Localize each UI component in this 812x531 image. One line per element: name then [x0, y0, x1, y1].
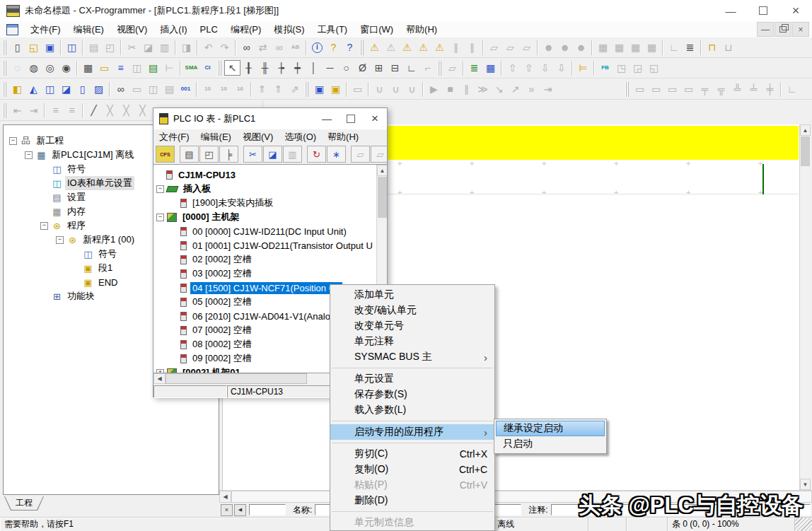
mdi-close-button[interactable]: × [792, 22, 809, 37]
grid-icon[interactable]: ▦ [80, 60, 96, 76]
toolbar-handle[interactable] [3, 40, 6, 55]
dialog-menu-file[interactable]: 文件(F) [153, 129, 195, 144]
new-coil-icon[interactable]: ○ [338, 60, 354, 76]
context-menu-item-save-parameters[interactable]: 保存参数(S) [330, 387, 494, 402]
unit-row-slot00[interactable]: 00 [0000] CJ1W-ID211(DC Input Unit) [153, 224, 387, 238]
toolbar-handle[interactable] [305, 82, 308, 97]
new-instruction-icon[interactable]: ⊞ [371, 60, 387, 76]
watch-window-icon[interactable]: ◫ [42, 81, 58, 97]
cps-transfer-icon[interactable]: CPS [156, 146, 175, 163]
new-or-closed-contact-icon[interactable]: ┿ [289, 60, 306, 76]
new-contact-icon[interactable]: ╂ [240, 60, 257, 76]
open-project-icon[interactable]: ◱ [25, 40, 42, 55]
minimize-button[interactable]: — [714, 0, 747, 21]
monitor-find-icon[interactable]: ∞ [112, 81, 129, 97]
new-or-contact-icon[interactable]: ┾ [273, 60, 289, 76]
properties-window-icon[interactable]: ▨ [91, 81, 107, 97]
new-document-icon[interactable]: ▯ [9, 40, 25, 55]
dlg-pin-icon[interactable]: ╞ [219, 146, 238, 163]
time-chart-icon[interactable]: ≣ [682, 40, 698, 55]
dlg-options-icon[interactable]: ∗ [327, 146, 346, 163]
function-block-icon[interactable]: FB [597, 60, 613, 76]
menu-plc[interactable]: PLC [194, 21, 224, 37]
scroll-up-button[interactable]: ▲ [800, 124, 811, 136]
context-menu-item-change-unit-number[interactable]: 改变单元号 [330, 318, 494, 334]
workspace-window-icon[interactable]: ◧ [9, 81, 25, 97]
context-menu-item-load-parameters[interactable]: 载入参数(L) [330, 402, 494, 418]
save-project-icon[interactable]: ▣ [42, 40, 58, 55]
address-window-icon[interactable]: ▯ [74, 81, 91, 97]
dlg-print-icon[interactable]: ▤ [180, 146, 199, 163]
vertical-line-icon[interactable]: │ [306, 60, 322, 76]
context-menu-item-start-special-application[interactable]: 启动专用的应用程序› [330, 424, 494, 440]
toolbar-handle[interactable] [360, 40, 364, 55]
layer-view-icon[interactable]: ≣ [466, 60, 482, 76]
protect-lock-icon[interactable]: ⊓ [704, 40, 720, 55]
expand-toggle-icon[interactable]: − [25, 151, 33, 159]
expand-toggle-icon[interactable]: − [156, 214, 164, 221]
mdi-restore-button[interactable] [775, 22, 791, 37]
context-help-icon[interactable]: ? [342, 40, 358, 55]
new-closed-contact-icon[interactable]: ╫ [257, 60, 273, 76]
work-online-icon[interactable]: ▣ [311, 81, 327, 97]
close-button[interactable]: × [779, 0, 812, 21]
submenu-item-start-only[interactable]: 只启动 [496, 436, 605, 452]
scroll-left-button[interactable]: ◀ [153, 373, 166, 384]
scrollbar-thumb[interactable] [378, 177, 387, 218]
toolbar-handle[interactable] [218, 61, 221, 76]
dialog-menu-edit[interactable]: 编辑(E) [195, 129, 237, 144]
find-icon[interactable]: ∞ [238, 40, 255, 55]
context-menu-item-unit-comment[interactable]: 单元注释 [330, 334, 494, 349]
menu-insert[interactable]: 插入(I) [153, 21, 193, 37]
scrollbar-thumb[interactable] [801, 136, 810, 166]
context-menu-item-copy[interactable]: 复制(O)Ctrl+C [330, 462, 494, 477]
edit-mode-icon[interactable]: ╱ [86, 103, 102, 118]
context-menu-item-sysmac-bus-master[interactable]: SYSMAC BUS 主› [330, 349, 494, 365]
expand-toggle-icon[interactable]: − [40, 222, 48, 230]
menu-view[interactable]: 视图(V) [110, 21, 153, 37]
unit-row-cpu[interactable]: CJ1M-CPU13 [153, 168, 387, 182]
dialog-titlebar[interactable]: PLC IO 表 - 新PLC1 — × [153, 108, 387, 129]
toolbar-handle[interactable] [625, 82, 629, 97]
context-menu-item-unit-setup[interactable]: 单元设置 [330, 371, 494, 387]
dlg-cut-icon[interactable]: ✂ [243, 146, 262, 163]
horizontal-line-icon[interactable]: ─ [322, 60, 338, 76]
monitor-data-icon[interactable]: 001 [178, 81, 194, 97]
unit-row-main-rack[interactable]: −[0000] 主机架 [153, 210, 387, 224]
expand-toggle-icon[interactable]: + [156, 369, 164, 373]
menu-file[interactable]: 文件(F) [24, 21, 67, 37]
symbol-structure-icon[interactable]: ⊨ [575, 60, 591, 76]
context-menu-item-cut[interactable]: 剪切(C)Ctrl+X [330, 446, 494, 462]
io-comment-view-icon[interactable]: SMA [183, 60, 199, 76]
zoom-in-icon[interactable]: ◉ [58, 60, 74, 76]
cross-reference-icon[interactable]: ◪ [58, 81, 74, 97]
dlg-transfer-unit-icon[interactable]: ↻ [307, 146, 326, 163]
transfer-check-icon[interactable]: ⚠ [431, 40, 448, 55]
compile-icon[interactable]: ⚠ [366, 40, 383, 55]
select-mode-icon[interactable]: ↖ [224, 60, 240, 76]
watch-prev-button[interactable]: ◀ [234, 504, 246, 516]
dlg-copy-icon[interactable]: ◪ [263, 146, 282, 163]
info-icon[interactable] [309, 40, 325, 55]
unit-row-inner-board[interactable]: −插入板 [153, 182, 387, 196]
menu-tools[interactable]: 工具(T) [311, 21, 354, 37]
scroll-down-button[interactable]: ▼ [800, 479, 811, 490]
dialog-menu-help[interactable]: 帮助(H) [322, 129, 364, 144]
output-window-icon[interactable]: ◭ [25, 81, 42, 97]
dialog-menu-view[interactable]: 视图(V) [237, 129, 279, 144]
dialog-minimize-button[interactable]: — [315, 108, 339, 129]
ci-view-icon[interactable]: CI [199, 60, 216, 76]
online-check-icon[interactable]: ⚠ [415, 40, 431, 55]
auto-online-icon[interactable]: ▣ [327, 81, 344, 97]
help-icon[interactable]: ? [325, 40, 342, 55]
unit-row-inner-board-empty[interactable]: [1900]未安装内插板 [153, 196, 387, 210]
line-connect-icon[interactable]: ∟ [403, 60, 419, 76]
dlg-print-preview-icon[interactable]: ◰ [199, 146, 219, 163]
context-menu-item-change-confirm-unit[interactable]: 改变/确认单元 [330, 303, 494, 318]
compare-programs-icon[interactable]: ◫ [64, 40, 80, 55]
zoom-out-icon[interactable]: ◎ [42, 60, 58, 76]
scroll-left-button[interactable]: ◀ [219, 491, 231, 503]
rung-manager-icon[interactable]: ▤ [145, 60, 161, 76]
project-tab[interactable]: 工程 [4, 496, 44, 510]
dialog-menu-options[interactable]: 选项(O) [279, 129, 322, 144]
